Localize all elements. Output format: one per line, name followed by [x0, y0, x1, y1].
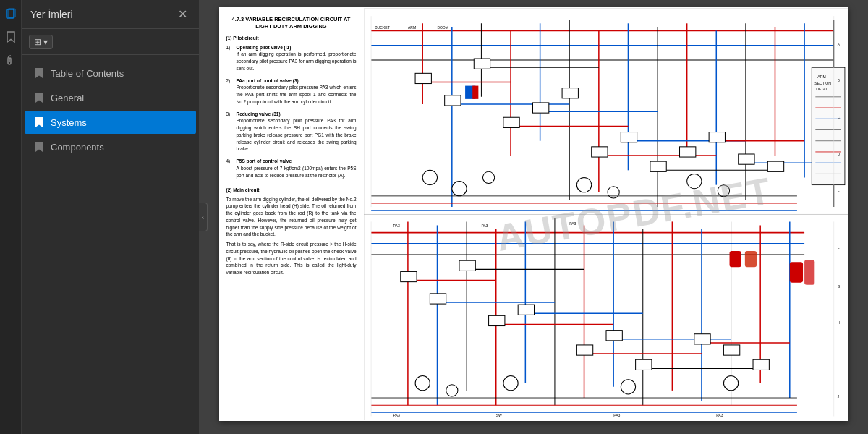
svg-rect-110 [744, 251, 756, 267]
close-sidebar-button[interactable]: ✕ [175, 7, 190, 22]
svg-rect-111 [789, 262, 802, 282]
svg-text:BOOM: BOOM [437, 25, 448, 30]
sidebar-item-toc[interactable]: Table of Contents [25, 61, 196, 85]
pilot-circuit-heading: (1) Pilot circuit [226, 35, 357, 41]
sidebar-item-components-label: Components [51, 142, 104, 153]
svg-point-114 [446, 385, 457, 396]
svg-rect-98 [400, 271, 416, 281]
svg-text:SW: SW [495, 413, 501, 417]
pilot-item-2-text: Proportionate secondary pilot pressure P… [237, 84, 357, 105]
svg-text:PA3: PA3 [393, 413, 399, 417]
svg-text:BUCKET: BUCKET [375, 25, 390, 30]
hydraulic-diagram-svg: ARM SECTION DETAIL [364, 7, 848, 421]
hydraulic-diagram-area: AUTOPDF.NET [364, 7, 848, 421]
svg-text:B: B [837, 80, 839, 83]
bookmarks-panel-icon[interactable] [3, 29, 19, 45]
svg-point-65 [718, 185, 729, 197]
svg-rect-3 [364, 214, 848, 420]
svg-point-63 [608, 187, 619, 198]
svg-rect-46 [472, 86, 478, 99]
svg-text:ARM: ARM [407, 25, 415, 30]
expand-all-button[interactable]: ⊞ ▾ [29, 35, 53, 49]
svg-text:PA3: PA3 [481, 224, 488, 229]
svg-rect-106 [694, 334, 710, 344]
pilot-item-2-title: PAa port of control valve (3) [237, 78, 299, 83]
pilot-item-2: 2) PAa port of control valve (3) Proport… [226, 77, 357, 109]
collapse-arrow-icon: ‹ [202, 213, 204, 221]
svg-rect-101 [488, 315, 504, 326]
svg-rect-34 [474, 59, 490, 69]
svg-point-59 [422, 170, 437, 184]
expand-icon: ⊞ [34, 37, 41, 47]
sidebar-toolbar: ⊞ ▾ [22, 29, 199, 55]
svg-rect-38 [591, 147, 607, 157]
sidebar: Yer İmleri ✕ ⊞ ▾ Table of Contents Gener… [22, 0, 199, 434]
svg-text:ARM: ARM [817, 75, 825, 79]
svg-text:PA3: PA3 [393, 224, 399, 229]
svg-rect-39 [621, 132, 637, 142]
sidebar-item-systems-label: Systems [51, 117, 87, 128]
section-title: 4.7.3 VARIABLE RECIRCULATION CIRCUIT AT … [226, 16, 357, 30]
svg-text:I: I [837, 358, 838, 362]
svg-rect-43 [738, 154, 754, 164]
svg-text:DETAIL: DETAIL [816, 87, 829, 91]
pilot-item-4-title: P5S port of control valve [237, 158, 292, 163]
svg-text:H: H [837, 322, 839, 326]
pilot-item-3: 3) Reducing valve (31) Proportionate sec… [226, 111, 357, 156]
sidebar-navigation: Table of Contents General Systems Compon… [22, 55, 199, 434]
svg-rect-41 [679, 147, 695, 157]
pilot-item-4: 4) P5S port of control valve A boost pre… [226, 158, 357, 182]
svg-point-61 [482, 171, 494, 183]
svg-point-60 [451, 182, 466, 196]
pilot-item-1: 1) Operating pilot valve (I1) If an arm … [226, 44, 357, 75]
svg-rect-36 [532, 103, 548, 113]
svg-rect-103 [576, 345, 592, 355]
svg-rect-33 [444, 95, 460, 106]
main-circuit-text-2: That is to say, where the R-side circuit… [226, 241, 357, 276]
svg-rect-37 [562, 88, 578, 98]
bookmark-icon-general [35, 92, 43, 103]
sidebar-item-components[interactable]: Components [25, 135, 196, 158]
sidebar-collapse-handle[interactable]: ‹ [199, 203, 208, 231]
svg-rect-42 [709, 132, 725, 142]
svg-rect-35 [503, 117, 519, 127]
sidebar-header: Yer İmleri ✕ [22, 0, 199, 29]
svg-rect-108 [753, 359, 769, 370]
svg-text:E: E [837, 190, 839, 193]
svg-point-62 [576, 177, 591, 192]
pilot-item-4-text: A boost pressure of 7 kgf/cm2 (100mpa) e… [237, 165, 357, 179]
svg-rect-32 [415, 73, 431, 83]
bookmark-icon-toc [35, 67, 43, 79]
svg-text:PA3: PA3 [613, 413, 620, 417]
sidebar-item-systems[interactable]: Systems [25, 111, 196, 134]
pilot-item-3-title: Reducing valve (31) [237, 111, 281, 116]
svg-rect-107 [723, 345, 739, 355]
svg-text:F: F [837, 248, 839, 252]
svg-text:PA3: PA3 [716, 413, 723, 417]
sidebar-item-toc-label: Table of Contents [51, 68, 124, 79]
sidebar-item-general[interactable]: General [25, 86, 196, 109]
svg-rect-112 [804, 260, 814, 285]
svg-rect-100 [459, 260, 475, 271]
chevron-icon: ▾ [43, 37, 48, 47]
svg-point-115 [503, 376, 517, 391]
pilot-item-1-text: If an arm digging operation is performed… [237, 51, 357, 72]
svg-rect-40 [650, 161, 665, 171]
page-container[interactable]: 4.7.3 VARIABLE RECIRCULATION CIRCUIT AT … [199, 0, 868, 434]
pages-icon[interactable] [3, 6, 19, 22]
bookmark-icon-components [35, 141, 43, 153]
svg-rect-104 [606, 331, 622, 341]
pilot-item-1-title: Operating pilot valve (I1) [237, 45, 292, 50]
pdf-page: 4.7.3 VARIABLE RECIRCULATION CIRCUIT AT … [219, 7, 848, 421]
svg-rect-44 [767, 161, 783, 171]
svg-rect-99 [430, 294, 446, 304]
main-circuit-heading: (2) Main circuit [226, 187, 357, 193]
svg-rect-105 [635, 359, 651, 370]
main-content-area: 4.7.3 VARIABLE RECIRCULATION CIRCUIT AT … [199, 0, 868, 434]
sidebar-item-general-label: General [51, 93, 84, 103]
attachments-icon[interactable] [3, 52, 19, 68]
sidebar-title: Yer İmleri [30, 9, 73, 20]
bookmark-icon-systems [35, 116, 43, 128]
svg-point-116 [621, 380, 635, 394]
pilot-item-3-text: Proportionate secondary pilot pressure P… [237, 117, 357, 153]
